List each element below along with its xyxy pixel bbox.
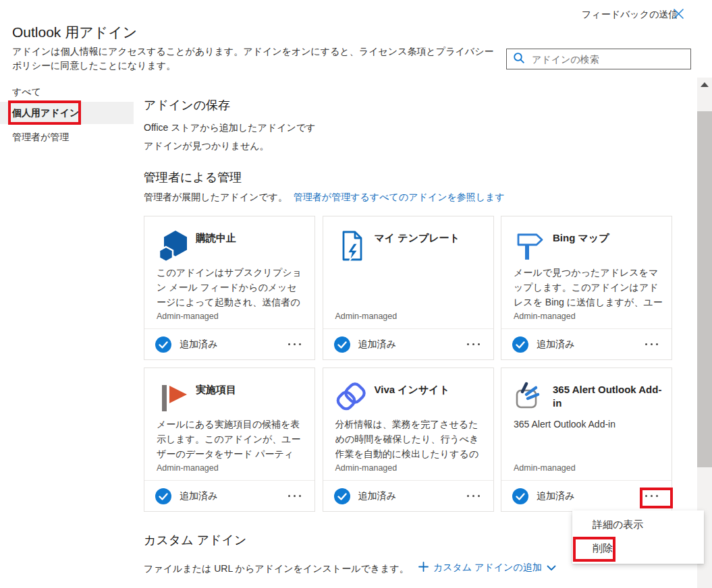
addin-description — [335, 265, 485, 310]
addin-title: 実施項目 — [196, 383, 308, 396]
managed-label: Admin-managed — [514, 312, 576, 321]
send-feedback-button[interactable]: フィードバックの送信 — [582, 9, 678, 21]
search-input[interactable] — [530, 53, 684, 65]
chevron-down-icon — [547, 562, 556, 573]
see-all-admin-addins-link[interactable]: 管理者が管理するすべてのアドインを参照します — [294, 192, 505, 202]
unsubscribe-hexagons-icon — [157, 230, 189, 262]
card-unsubscribe: 購読中止 このアドインはサブスクリプション メール フィードからのメッセージによ… — [144, 216, 315, 360]
custom-addins-heading: カスタム アドイン — [144, 532, 246, 548]
addin-description: 365 Alert Outlook Add-in — [514, 417, 663, 462]
document-lightning-icon — [335, 230, 368, 262]
more-options-button[interactable] — [285, 491, 304, 501]
scrollbar-thumb[interactable] — [697, 111, 712, 467]
card-footer: 追加済み — [144, 328, 314, 359]
admin-managed-subtitle: 管理者が展開したアドインです。 — [144, 192, 287, 202]
close-icon[interactable] — [673, 8, 686, 22]
saved-addins-subtitle: Office ストアから追加したアドインです — [144, 122, 315, 134]
addin-description: 分析情報は、業務を完了させるための時間を確保したり、行うべき作業を自動的に検出し… — [335, 417, 485, 462]
addin-title: Bing マップ — [553, 231, 665, 245]
managed-label: Admin-managed — [157, 312, 219, 321]
page-description: アドインは個人情報にアクセスすることがあります。アドインをオンにすると、ライセン… — [12, 45, 502, 73]
managed-label: Admin-managed — [157, 463, 219, 473]
card-context-menu: 詳細の表示 削除 — [572, 510, 704, 564]
addin-description: メールで見つかったアドレスをマップします。このアドインはアドレスを Bing に… — [514, 265, 663, 310]
added-status-label: 追加済み — [358, 339, 396, 351]
added-status-label: 追加済み — [358, 490, 396, 502]
managed-label: Admin-managed — [514, 463, 576, 473]
saved-addins-heading: アドインの保存 — [144, 97, 230, 113]
more-options-button[interactable] — [285, 339, 304, 349]
custom-addins-subtitle-row: ファイルまたは URL からアドインをインストールできます。カスタム アドインの… — [144, 562, 556, 575]
custom-addins-subtitle: ファイルまたは URL からアドインをインストールできます。 — [144, 563, 409, 574]
added-status-label: 追加済み — [537, 490, 574, 502]
viva-insights-icon — [335, 382, 368, 414]
more-options-button[interactable] — [464, 491, 483, 501]
sidebar-item-admin-managed[interactable]: 管理者が管理 — [0, 127, 134, 147]
signpost-icon — [514, 230, 546, 262]
page-title: Outlook 用アドイン — [12, 23, 137, 42]
added-status-label: 追加済み — [537, 339, 574, 351]
card-footer: 追加済み — [323, 328, 493, 359]
addin-card-grid: 購読中止 このアドインはサブスクリプション メール フィードからのメッセージによ… — [144, 216, 673, 512]
added-check-icon — [155, 336, 171, 353]
card-footer: 追加済み — [501, 328, 672, 359]
flag-icon — [157, 382, 189, 414]
sidebar-item-my-addins[interactable]: 個人用アドイン — [0, 102, 134, 124]
card-footer: 追加済み — [323, 480, 493, 511]
card-my-templates: マイ テンプレート Admin-managed 追加済み — [323, 216, 494, 360]
managed-label: Admin-managed — [335, 463, 398, 473]
managed-label: Admin-managed — [335, 312, 398, 321]
addin-description: このアドインはサブスクリプション メール フィードからのメッセージによって起動さ… — [157, 265, 306, 310]
card-365-alert: 365 Alert Outlook Add-in 365 Alert Outlo… — [501, 368, 672, 512]
added-check-icon — [512, 488, 528, 504]
addin-title: マイ テンプレート — [375, 231, 487, 245]
365-alert-icon — [514, 382, 546, 414]
admin-managed-heading: 管理者による管理 — [144, 169, 242, 185]
menu-item-delete[interactable]: 削除 — [593, 542, 613, 555]
scrollbar-up-arrow-icon[interactable] — [701, 82, 709, 87]
more-options-button[interactable] — [642, 491, 661, 501]
add-custom-addin-link[interactable]: カスタム アドインの追加 — [418, 562, 556, 574]
card-footer: 追加済み — [144, 480, 314, 511]
addin-title: Viva インサイト — [375, 383, 487, 396]
addin-description: メールにある実施項目の候補を表示します。このアドインが、ユーザーのデータをサード… — [157, 417, 306, 462]
addin-title: 購読中止 — [196, 231, 308, 245]
more-options-button[interactable] — [464, 339, 483, 349]
added-status-label: 追加済み — [180, 339, 217, 351]
admin-managed-subtitle-row: 管理者が展開したアドインです。 管理者が管理するすべてのアドインを参照します — [144, 192, 505, 204]
card-bing-maps: Bing マップ メールで見つかったアドレスをマップします。このアドインはアドレ… — [501, 216, 672, 360]
added-check-icon — [512, 336, 528, 353]
search-icon — [513, 52, 525, 67]
no-addins-message: アドインが見つかりません。 — [144, 140, 269, 152]
more-options-button[interactable] — [642, 339, 661, 349]
addin-title: 365 Alert Outlook Add-in — [553, 383, 665, 410]
card-viva-insights: Viva インサイト 分析情報は、業務を完了させるための時間を確保したり、行うべ… — [323, 368, 494, 512]
card-footer: 追加済み — [501, 480, 672, 511]
plus-icon — [418, 562, 429, 574]
added-status-label: 追加済み — [180, 490, 217, 502]
addin-search-box[interactable] — [506, 49, 691, 69]
sidebar-item-all[interactable]: すべて — [0, 82, 134, 102]
card-action-items: 実施項目 メールにある実施項目の候補を表示します。このアドインが、ユーザーのデー… — [144, 368, 315, 512]
added-check-icon — [155, 488, 171, 504]
added-check-icon — [334, 336, 350, 353]
menu-item-show-details[interactable]: 詳細の表示 — [593, 519, 643, 531]
add-custom-addin-label: カスタム アドインの追加 — [433, 562, 542, 574]
added-check-icon — [334, 488, 350, 504]
